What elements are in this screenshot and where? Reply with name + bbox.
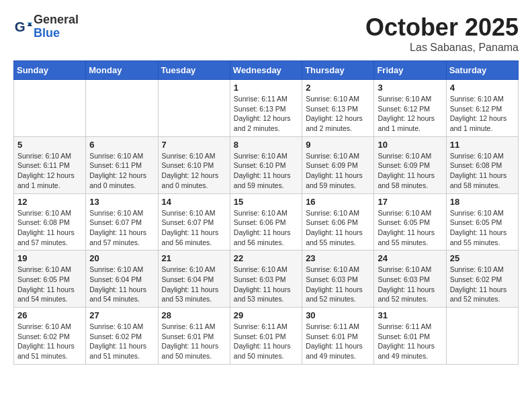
day-info: Sunrise: 6:10 AMSunset: 6:12 PMDaylight:…: [378, 94, 442, 134]
calendar-cell: 4Sunrise: 6:10 AMSunset: 6:12 PMDaylight…: [446, 80, 518, 137]
day-number: 14: [162, 197, 226, 207]
calendar-week-3: 12Sunrise: 6:10 AMSunset: 6:08 PMDayligh…: [14, 193, 519, 250]
calendar-cell: 17Sunrise: 6:10 AMSunset: 6:05 PMDayligh…: [374, 193, 446, 250]
calendar-week-5: 26Sunrise: 6:10 AMSunset: 6:02 PMDayligh…: [14, 308, 519, 365]
day-number: 21: [162, 253, 226, 263]
day-info: Sunrise: 6:10 AMSunset: 6:05 PMDaylight:…: [378, 208, 442, 248]
weekday-header-monday: Monday: [86, 61, 158, 80]
calendar-cell: 25Sunrise: 6:10 AMSunset: 6:02 PMDayligh…: [446, 250, 518, 308]
day-number: 25: [450, 253, 515, 263]
calendar-cell: 18Sunrise: 6:10 AMSunset: 6:05 PMDayligh…: [446, 193, 518, 250]
day-info: Sunrise: 6:10 AMSunset: 6:05 PMDaylight:…: [17, 265, 82, 304]
day-number: 22: [234, 253, 298, 263]
weekday-header-sunday: Sunday: [14, 61, 86, 80]
calendar-cell: [14, 80, 86, 137]
day-number: 30: [306, 310, 370, 320]
day-info: Sunrise: 6:10 AMSunset: 6:08 PMDaylight:…: [17, 208, 82, 248]
day-info: Sunrise: 6:10 AMSunset: 6:03 PMDaylight:…: [234, 265, 298, 304]
calendar-cell: 15Sunrise: 6:10 AMSunset: 6:06 PMDayligh…: [230, 193, 302, 250]
calendar-cell: 1Sunrise: 6:11 AMSunset: 6:13 PMDaylight…: [230, 80, 302, 137]
calendar-cell: 27Sunrise: 6:10 AMSunset: 6:02 PMDayligh…: [86, 308, 158, 365]
day-number: 11: [450, 140, 515, 150]
day-info: Sunrise: 6:10 AMSunset: 6:12 PMDaylight:…: [450, 94, 515, 134]
day-number: 24: [378, 253, 442, 263]
calendar-cell: 13Sunrise: 6:10 AMSunset: 6:07 PMDayligh…: [86, 193, 158, 250]
day-info: Sunrise: 6:10 AMSunset: 6:09 PMDaylight:…: [306, 151, 370, 191]
day-info: Sunrise: 6:10 AMSunset: 6:11 PMDaylight:…: [17, 151, 82, 191]
day-info: Sunrise: 6:10 AMSunset: 6:02 PMDaylight:…: [89, 322, 154, 361]
logo-general: General: [34, 13, 79, 26]
day-number: 1: [234, 83, 298, 93]
day-info: Sunrise: 6:10 AMSunset: 6:09 PMDaylight:…: [378, 151, 442, 191]
logo-blue: Blue: [34, 26, 60, 40]
day-number: 2: [306, 83, 370, 93]
calendar-cell: 20Sunrise: 6:10 AMSunset: 6:04 PMDayligh…: [86, 250, 158, 308]
calendar-cell: 22Sunrise: 6:10 AMSunset: 6:03 PMDayligh…: [230, 250, 302, 308]
day-info: Sunrise: 6:10 AMSunset: 6:03 PMDaylight:…: [306, 265, 370, 304]
day-info: Sunrise: 6:10 AMSunset: 6:07 PMDaylight:…: [162, 208, 226, 248]
day-number: 15: [234, 197, 298, 207]
day-number: 20: [89, 253, 154, 263]
calendar-cell: 10Sunrise: 6:10 AMSunset: 6:09 PMDayligh…: [374, 136, 446, 193]
calendar-cell: 19Sunrise: 6:10 AMSunset: 6:05 PMDayligh…: [14, 250, 86, 308]
calendar-cell: 29Sunrise: 6:11 AMSunset: 6:01 PMDayligh…: [230, 308, 302, 365]
svg-text:G: G: [15, 18, 26, 34]
day-info: Sunrise: 6:10 AMSunset: 6:02 PMDaylight:…: [450, 265, 515, 304]
calendar-cell: 21Sunrise: 6:10 AMSunset: 6:04 PMDayligh…: [158, 250, 230, 308]
calendar-cell: 24Sunrise: 6:10 AMSunset: 6:03 PMDayligh…: [374, 250, 446, 308]
day-info: Sunrise: 6:10 AMSunset: 6:10 PMDaylight:…: [234, 151, 298, 191]
day-number: 18: [450, 197, 515, 207]
calendar-cell: 7Sunrise: 6:10 AMSunset: 6:10 PMDaylight…: [158, 136, 230, 193]
day-number: 4: [450, 83, 515, 93]
day-info: Sunrise: 6:11 AMSunset: 6:01 PMDaylight:…: [234, 322, 298, 361]
day-number: 7: [162, 140, 226, 150]
page-header: G General Blue October 2025 Las Sabanas,…: [13, 13, 519, 54]
day-info: Sunrise: 6:10 AMSunset: 6:06 PMDaylight:…: [234, 208, 298, 248]
calendar-cell: 2Sunrise: 6:10 AMSunset: 6:13 PMDaylight…: [302, 80, 374, 137]
day-number: 3: [378, 83, 442, 93]
day-info: Sunrise: 6:10 AMSunset: 6:08 PMDaylight:…: [450, 151, 515, 191]
calendar-cell: 12Sunrise: 6:10 AMSunset: 6:08 PMDayligh…: [14, 193, 86, 250]
day-info: Sunrise: 6:10 AMSunset: 6:10 PMDaylight:…: [162, 151, 226, 191]
day-number: 6: [89, 140, 154, 150]
weekday-header-wednesday: Wednesday: [230, 61, 302, 80]
day-info: Sunrise: 6:10 AMSunset: 6:07 PMDaylight:…: [89, 208, 154, 248]
day-info: Sunrise: 6:11 AMSunset: 6:01 PMDaylight:…: [306, 322, 370, 361]
weekday-header-tuesday: Tuesday: [158, 61, 230, 80]
calendar-cell: [158, 80, 230, 137]
weekday-header-saturday: Saturday: [446, 61, 518, 80]
day-info: Sunrise: 6:10 AMSunset: 6:11 PMDaylight:…: [89, 151, 154, 191]
day-number: 16: [306, 197, 370, 207]
day-number: 10: [378, 140, 442, 150]
weekday-header-friday: Friday: [374, 61, 446, 80]
logo-icon: G: [13, 17, 32, 36]
calendar-cell: 14Sunrise: 6:10 AMSunset: 6:07 PMDayligh…: [158, 193, 230, 250]
day-info: Sunrise: 6:10 AMSunset: 6:03 PMDaylight:…: [378, 265, 442, 304]
day-info: Sunrise: 6:10 AMSunset: 6:02 PMDaylight:…: [17, 322, 82, 361]
day-number: 23: [306, 253, 370, 263]
weekday-header-thursday: Thursday: [302, 61, 374, 80]
location: Las Sabanas, Panama: [365, 42, 519, 54]
day-number: 12: [17, 197, 82, 207]
calendar-cell: 26Sunrise: 6:10 AMSunset: 6:02 PMDayligh…: [14, 308, 86, 365]
day-info: Sunrise: 6:11 AMSunset: 6:01 PMDaylight:…: [378, 322, 442, 361]
day-info: Sunrise: 6:10 AMSunset: 6:06 PMDaylight:…: [306, 208, 370, 248]
weekday-header-row: SundayMondayTuesdayWednesdayThursdayFrid…: [14, 61, 519, 80]
day-info: Sunrise: 6:11 AMSunset: 6:01 PMDaylight:…: [162, 322, 226, 361]
calendar-cell: 11Sunrise: 6:10 AMSunset: 6:08 PMDayligh…: [446, 136, 518, 193]
calendar-cell: 30Sunrise: 6:11 AMSunset: 6:01 PMDayligh…: [302, 308, 374, 365]
day-info: Sunrise: 6:10 AMSunset: 6:04 PMDaylight:…: [162, 265, 226, 304]
day-number: 8: [234, 140, 298, 150]
day-info: Sunrise: 6:10 AMSunset: 6:04 PMDaylight:…: [89, 265, 154, 304]
calendar-cell: 6Sunrise: 6:10 AMSunset: 6:11 PMDaylight…: [86, 136, 158, 193]
calendar-table: SundayMondayTuesdayWednesdayThursdayFrid…: [13, 60, 519, 365]
day-number: 17: [378, 197, 442, 207]
calendar-cell: 23Sunrise: 6:10 AMSunset: 6:03 PMDayligh…: [302, 250, 374, 308]
calendar-week-2: 5Sunrise: 6:10 AMSunset: 6:11 PMDaylight…: [14, 136, 519, 193]
calendar-cell: 5Sunrise: 6:10 AMSunset: 6:11 PMDaylight…: [14, 136, 86, 193]
calendar-cell: 16Sunrise: 6:10 AMSunset: 6:06 PMDayligh…: [302, 193, 374, 250]
calendar-week-4: 19Sunrise: 6:10 AMSunset: 6:05 PMDayligh…: [14, 250, 519, 308]
day-info: Sunrise: 6:10 AMSunset: 6:13 PMDaylight:…: [306, 94, 370, 134]
calendar-cell: 31Sunrise: 6:11 AMSunset: 6:01 PMDayligh…: [374, 308, 446, 365]
day-number: 29: [234, 310, 298, 320]
